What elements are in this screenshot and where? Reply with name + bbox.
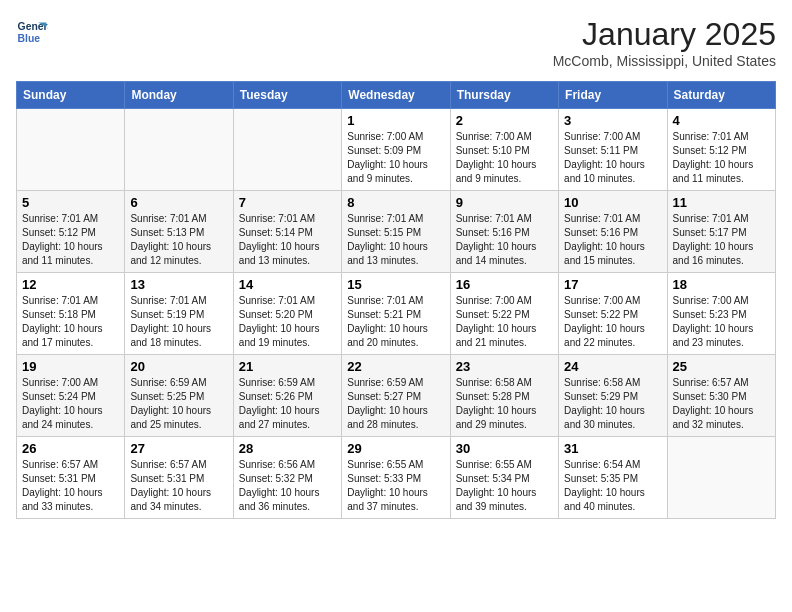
calendar-week-4: 19Sunrise: 7:00 AM Sunset: 5:24 PM Dayli… — [17, 355, 776, 437]
calendar-cell: 15Sunrise: 7:01 AM Sunset: 5:21 PM Dayli… — [342, 273, 450, 355]
day-number: 5 — [22, 195, 119, 210]
cell-content: Sunrise: 7:01 AM Sunset: 5:16 PM Dayligh… — [456, 212, 553, 268]
calendar-week-3: 12Sunrise: 7:01 AM Sunset: 5:18 PM Dayli… — [17, 273, 776, 355]
day-number: 31 — [564, 441, 661, 456]
day-number: 15 — [347, 277, 444, 292]
calendar-cell: 11Sunrise: 7:01 AM Sunset: 5:17 PM Dayli… — [667, 191, 775, 273]
logo: General Blue — [16, 16, 48, 48]
cell-content: Sunrise: 7:00 AM Sunset: 5:11 PM Dayligh… — [564, 130, 661, 186]
day-number: 20 — [130, 359, 227, 374]
cell-content: Sunrise: 7:01 AM Sunset: 5:13 PM Dayligh… — [130, 212, 227, 268]
cell-content: Sunrise: 7:00 AM Sunset: 5:23 PM Dayligh… — [673, 294, 770, 350]
calendar-cell: 16Sunrise: 7:00 AM Sunset: 5:22 PM Dayli… — [450, 273, 558, 355]
day-number: 12 — [22, 277, 119, 292]
cell-content: Sunrise: 7:01 AM Sunset: 5:16 PM Dayligh… — [564, 212, 661, 268]
day-number: 16 — [456, 277, 553, 292]
cell-content: Sunrise: 7:00 AM Sunset: 5:10 PM Dayligh… — [456, 130, 553, 186]
cell-content: Sunrise: 7:00 AM Sunset: 5:09 PM Dayligh… — [347, 130, 444, 186]
calendar-cell: 27Sunrise: 6:57 AM Sunset: 5:31 PM Dayli… — [125, 437, 233, 519]
page-header: General Blue January 2025 McComb, Missis… — [16, 16, 776, 69]
day-number: 22 — [347, 359, 444, 374]
calendar-cell: 14Sunrise: 7:01 AM Sunset: 5:20 PM Dayli… — [233, 273, 341, 355]
day-number: 19 — [22, 359, 119, 374]
cell-content: Sunrise: 7:00 AM Sunset: 5:22 PM Dayligh… — [564, 294, 661, 350]
title-block: January 2025 McComb, Mississippi, United… — [553, 16, 776, 69]
cell-content: Sunrise: 7:01 AM Sunset: 5:15 PM Dayligh… — [347, 212, 444, 268]
cell-content: Sunrise: 7:00 AM Sunset: 5:24 PM Dayligh… — [22, 376, 119, 432]
calendar-cell: 18Sunrise: 7:00 AM Sunset: 5:23 PM Dayli… — [667, 273, 775, 355]
calendar-week-1: 1Sunrise: 7:00 AM Sunset: 5:09 PM Daylig… — [17, 109, 776, 191]
day-number: 7 — [239, 195, 336, 210]
calendar-cell — [17, 109, 125, 191]
calendar-cell: 21Sunrise: 6:59 AM Sunset: 5:26 PM Dayli… — [233, 355, 341, 437]
cell-content: Sunrise: 7:01 AM Sunset: 5:18 PM Dayligh… — [22, 294, 119, 350]
location: McComb, Mississippi, United States — [553, 53, 776, 69]
month-title: January 2025 — [553, 16, 776, 53]
calendar-cell: 26Sunrise: 6:57 AM Sunset: 5:31 PM Dayli… — [17, 437, 125, 519]
calendar-cell — [233, 109, 341, 191]
calendar-cell: 17Sunrise: 7:00 AM Sunset: 5:22 PM Dayli… — [559, 273, 667, 355]
day-number: 28 — [239, 441, 336, 456]
cell-content: Sunrise: 7:01 AM Sunset: 5:20 PM Dayligh… — [239, 294, 336, 350]
day-number: 21 — [239, 359, 336, 374]
weekday-header-saturday: Saturday — [667, 82, 775, 109]
calendar-cell — [125, 109, 233, 191]
calendar-cell: 28Sunrise: 6:56 AM Sunset: 5:32 PM Dayli… — [233, 437, 341, 519]
calendar-cell: 20Sunrise: 6:59 AM Sunset: 5:25 PM Dayli… — [125, 355, 233, 437]
cell-content: Sunrise: 7:01 AM Sunset: 5:14 PM Dayligh… — [239, 212, 336, 268]
day-number: 6 — [130, 195, 227, 210]
calendar-cell: 23Sunrise: 6:58 AM Sunset: 5:28 PM Dayli… — [450, 355, 558, 437]
calendar-cell: 10Sunrise: 7:01 AM Sunset: 5:16 PM Dayli… — [559, 191, 667, 273]
cell-content: Sunrise: 7:01 AM Sunset: 5:12 PM Dayligh… — [673, 130, 770, 186]
day-number: 8 — [347, 195, 444, 210]
day-number: 24 — [564, 359, 661, 374]
calendar-cell: 24Sunrise: 6:58 AM Sunset: 5:29 PM Dayli… — [559, 355, 667, 437]
day-number: 3 — [564, 113, 661, 128]
cell-content: Sunrise: 7:00 AM Sunset: 5:22 PM Dayligh… — [456, 294, 553, 350]
cell-content: Sunrise: 7:01 AM Sunset: 5:21 PM Dayligh… — [347, 294, 444, 350]
day-number: 30 — [456, 441, 553, 456]
calendar-cell: 5Sunrise: 7:01 AM Sunset: 5:12 PM Daylig… — [17, 191, 125, 273]
cell-content: Sunrise: 6:55 AM Sunset: 5:34 PM Dayligh… — [456, 458, 553, 514]
cell-content: Sunrise: 6:55 AM Sunset: 5:33 PM Dayligh… — [347, 458, 444, 514]
day-number: 25 — [673, 359, 770, 374]
day-number: 26 — [22, 441, 119, 456]
day-number: 17 — [564, 277, 661, 292]
calendar-cell: 29Sunrise: 6:55 AM Sunset: 5:33 PM Dayli… — [342, 437, 450, 519]
calendar-cell: 9Sunrise: 7:01 AM Sunset: 5:16 PM Daylig… — [450, 191, 558, 273]
weekday-header-tuesday: Tuesday — [233, 82, 341, 109]
cell-content: Sunrise: 7:01 AM Sunset: 5:17 PM Dayligh… — [673, 212, 770, 268]
weekday-header-row: SundayMondayTuesdayWednesdayThursdayFrid… — [17, 82, 776, 109]
calendar-cell: 25Sunrise: 6:57 AM Sunset: 5:30 PM Dayli… — [667, 355, 775, 437]
calendar-cell: 22Sunrise: 6:59 AM Sunset: 5:27 PM Dayli… — [342, 355, 450, 437]
weekday-header-friday: Friday — [559, 82, 667, 109]
calendar-table: SundayMondayTuesdayWednesdayThursdayFrid… — [16, 81, 776, 519]
calendar-cell: 12Sunrise: 7:01 AM Sunset: 5:18 PM Dayli… — [17, 273, 125, 355]
calendar-cell: 13Sunrise: 7:01 AM Sunset: 5:19 PM Dayli… — [125, 273, 233, 355]
calendar-week-5: 26Sunrise: 6:57 AM Sunset: 5:31 PM Dayli… — [17, 437, 776, 519]
calendar-cell: 6Sunrise: 7:01 AM Sunset: 5:13 PM Daylig… — [125, 191, 233, 273]
calendar-cell: 30Sunrise: 6:55 AM Sunset: 5:34 PM Dayli… — [450, 437, 558, 519]
calendar-cell: 4Sunrise: 7:01 AM Sunset: 5:12 PM Daylig… — [667, 109, 775, 191]
day-number: 4 — [673, 113, 770, 128]
svg-text:Blue: Blue — [18, 33, 41, 44]
day-number: 2 — [456, 113, 553, 128]
cell-content: Sunrise: 6:58 AM Sunset: 5:29 PM Dayligh… — [564, 376, 661, 432]
calendar-cell: 8Sunrise: 7:01 AM Sunset: 5:15 PM Daylig… — [342, 191, 450, 273]
day-number: 29 — [347, 441, 444, 456]
day-number: 18 — [673, 277, 770, 292]
logo-icon: General Blue — [16, 16, 48, 48]
day-number: 10 — [564, 195, 661, 210]
cell-content: Sunrise: 6:58 AM Sunset: 5:28 PM Dayligh… — [456, 376, 553, 432]
day-number: 9 — [456, 195, 553, 210]
calendar-cell: 19Sunrise: 7:00 AM Sunset: 5:24 PM Dayli… — [17, 355, 125, 437]
calendar-cell — [667, 437, 775, 519]
cell-content: Sunrise: 7:01 AM Sunset: 5:19 PM Dayligh… — [130, 294, 227, 350]
calendar-week-2: 5Sunrise: 7:01 AM Sunset: 5:12 PM Daylig… — [17, 191, 776, 273]
calendar-cell: 1Sunrise: 7:00 AM Sunset: 5:09 PM Daylig… — [342, 109, 450, 191]
day-number: 14 — [239, 277, 336, 292]
weekday-header-thursday: Thursday — [450, 82, 558, 109]
cell-content: Sunrise: 6:59 AM Sunset: 5:25 PM Dayligh… — [130, 376, 227, 432]
day-number: 23 — [456, 359, 553, 374]
calendar-cell: 3Sunrise: 7:00 AM Sunset: 5:11 PM Daylig… — [559, 109, 667, 191]
